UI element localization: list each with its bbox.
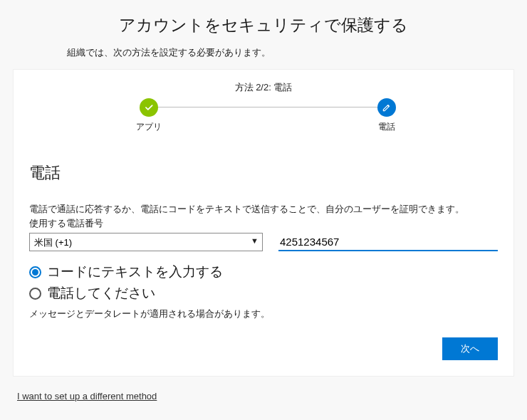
rates-note: メッセージとデータレートが適用される場合があります。 <box>29 308 498 320</box>
stepper-caption: 方法 2/2: 電話 <box>14 81 513 94</box>
phone-number-input[interactable] <box>278 234 498 249</box>
radio-unchecked-icon <box>29 288 41 300</box>
country-code-select[interactable]: 米国 (+1) <box>29 233 263 251</box>
page-subtitle: 組織では、次の方法を設定する必要があります。 <box>0 36 527 59</box>
stepper: 方法 2/2: 電話 アプリ 電話 <box>14 70 513 142</box>
next-button[interactable]: 次へ <box>442 337 498 360</box>
page-title: アカウントをセキュリティで保護する <box>0 0 527 36</box>
phone-row: 米国 (+1) ▼ <box>29 233 498 251</box>
radio-text-code-label: コードにテキストを入力する <box>47 263 223 281</box>
different-method-link[interactable]: I want to set up a different method <box>17 391 157 401</box>
content-area: 電話 電話で通話に応答するか、電話にコードをテキストで送信することで、自分のユー… <box>14 142 513 376</box>
radio-call-me-label: 電話してください <box>47 284 155 303</box>
button-row: 次へ <box>29 337 498 360</box>
phone-field-label: 使用する電話番号 <box>29 218 498 230</box>
phone-description: 電話で通話に応答するか、電話にコードをテキストで送信することで、自分のユーザーを… <box>29 202 498 216</box>
step-phone-label: 電話 <box>358 121 415 133</box>
setup-card: 方法 2/2: 電話 アプリ 電話 電話 電話で通話に応答するか、電話にコードを… <box>13 69 514 377</box>
step-app: アプリ <box>120 98 177 133</box>
radio-option-call-me[interactable]: 電話してください <box>29 284 498 303</box>
step-app-label: アプリ <box>120 121 177 133</box>
checkmark-icon <box>140 98 158 117</box>
verification-method-radios: コードにテキストを入力する 電話してください <box>29 263 498 303</box>
step-phone: 電話 <box>358 98 415 133</box>
radio-option-text-code[interactable]: コードにテキストを入力する <box>29 263 498 281</box>
stepper-track: アプリ 電話 <box>14 98 513 138</box>
pencil-icon <box>377 98 396 117</box>
radio-checked-icon <box>29 266 41 278</box>
country-select-wrap: 米国 (+1) ▼ <box>29 233 263 251</box>
section-title: 電話 <box>29 162 498 184</box>
footer: I want to set up a different method <box>13 387 514 405</box>
stepper-line <box>147 107 387 107</box>
phone-input-wrap <box>278 233 498 251</box>
